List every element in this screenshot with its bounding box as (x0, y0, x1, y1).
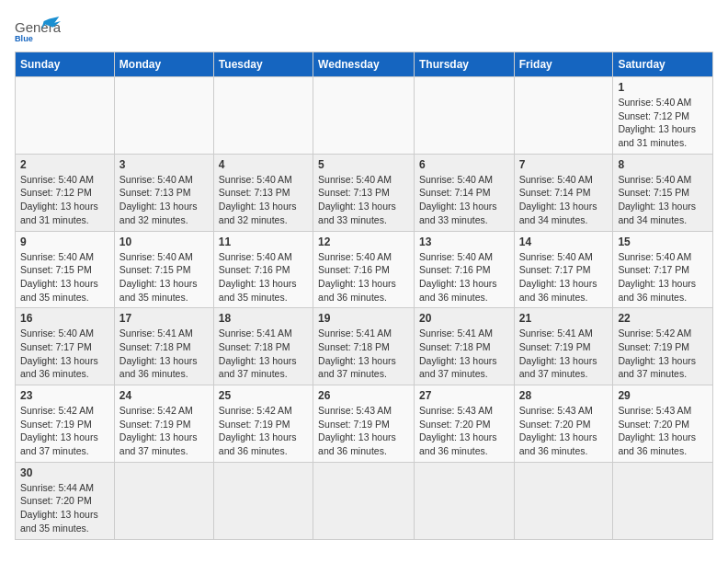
day-number: 11 (219, 236, 308, 248)
day-info: Sunrise: 5:40 AMSunset: 7:16 PMDaylight:… (318, 250, 409, 304)
day-number: 25 (219, 389, 308, 402)
calendar-cell: 23Sunrise: 5:42 AMSunset: 7:19 PMDayligh… (16, 385, 115, 463)
calendar-cell: 18Sunrise: 5:41 AMSunset: 7:18 PMDayligh… (213, 308, 313, 385)
week-row-3: 9Sunrise: 5:40 AMSunset: 7:15 PMDaylight… (16, 231, 713, 308)
day-info: Sunrise: 5:40 AMSunset: 7:16 PMDaylight:… (219, 250, 308, 304)
day-number: 22 (618, 312, 708, 325)
calendar-cell (414, 462, 514, 539)
calendar-cell: 15Sunrise: 5:40 AMSunset: 7:17 PMDayligh… (613, 231, 713, 308)
day-info: Sunrise: 5:41 AMSunset: 7:18 PMDaylight:… (219, 327, 308, 381)
day-number: 29 (618, 389, 708, 402)
calendar-cell: 8Sunrise: 5:40 AMSunset: 7:15 PMDaylight… (613, 154, 713, 231)
calendar-cell: 16Sunrise: 5:40 AMSunset: 7:17 PMDayligh… (16, 308, 115, 385)
calendar-cell: 5Sunrise: 5:40 AMSunset: 7:13 PMDaylight… (313, 154, 415, 231)
week-row-2: 2Sunrise: 5:40 AMSunset: 7:12 PMDaylight… (16, 154, 713, 231)
logo: General Blue (15, 15, 61, 42)
day-number: 30 (20, 466, 109, 479)
calendar-cell (213, 462, 313, 539)
calendar-cell (613, 462, 713, 539)
calendar-cell: 10Sunrise: 5:40 AMSunset: 7:15 PMDayligh… (114, 231, 213, 308)
calendar-cell: 30Sunrise: 5:44 AMSunset: 7:20 PMDayligh… (16, 462, 115, 539)
day-info: Sunrise: 5:40 AMSunset: 7:15 PMDaylight:… (618, 173, 708, 227)
day-number: 8 (618, 158, 708, 171)
day-number: 28 (519, 389, 609, 402)
day-number: 23 (20, 389, 109, 402)
calendar-cell: 3Sunrise: 5:40 AMSunset: 7:13 PMDaylight… (114, 154, 213, 231)
calendar-cell (514, 462, 613, 539)
calendar-cell (414, 77, 514, 155)
calendar-cell: 11Sunrise: 5:40 AMSunset: 7:16 PMDayligh… (213, 231, 313, 308)
week-row-1: 1Sunrise: 5:40 AMSunset: 7:12 PMDaylight… (16, 77, 713, 155)
calendar-cell: 19Sunrise: 5:41 AMSunset: 7:18 PMDayligh… (313, 308, 415, 385)
day-number: 3 (119, 158, 209, 171)
day-number: 12 (318, 236, 409, 248)
day-number: 13 (419, 236, 509, 248)
day-number: 14 (519, 236, 609, 248)
day-number: 19 (318, 312, 409, 325)
day-info: Sunrise: 5:40 AMSunset: 7:13 PMDaylight:… (219, 173, 308, 227)
day-info: Sunrise: 5:42 AMSunset: 7:19 PMDaylight:… (20, 404, 109, 458)
day-number: 4 (219, 158, 308, 171)
day-number: 18 (219, 312, 308, 325)
day-info: Sunrise: 5:42 AMSunset: 7:19 PMDaylight:… (618, 327, 708, 381)
day-number: 24 (119, 389, 209, 402)
day-number: 2 (20, 158, 109, 171)
week-row-5: 23Sunrise: 5:42 AMSunset: 7:19 PMDayligh… (16, 385, 713, 463)
calendar-cell: 4Sunrise: 5:40 AMSunset: 7:13 PMDaylight… (213, 154, 313, 231)
day-number: 9 (20, 236, 109, 248)
day-info: Sunrise: 5:40 AMSunset: 7:17 PMDaylight:… (618, 250, 708, 304)
calendar-cell (114, 77, 213, 155)
calendar-cell: 14Sunrise: 5:40 AMSunset: 7:17 PMDayligh… (514, 231, 613, 308)
logo-icon: General Blue (15, 15, 61, 42)
day-info: Sunrise: 5:40 AMSunset: 7:12 PMDaylight:… (618, 96, 708, 150)
calendar-cell: 24Sunrise: 5:42 AMSunset: 7:19 PMDayligh… (114, 385, 213, 463)
calendar-cell: 12Sunrise: 5:40 AMSunset: 7:16 PMDayligh… (313, 231, 415, 308)
calendar-cell: 26Sunrise: 5:43 AMSunset: 7:19 PMDayligh… (313, 385, 415, 463)
day-number: 1 (618, 81, 708, 94)
day-info: Sunrise: 5:40 AMSunset: 7:17 PMDaylight:… (519, 250, 609, 304)
day-info: Sunrise: 5:43 AMSunset: 7:20 PMDaylight:… (618, 404, 708, 458)
day-info: Sunrise: 5:40 AMSunset: 7:13 PMDaylight:… (119, 173, 209, 227)
calendar-cell: 22Sunrise: 5:42 AMSunset: 7:19 PMDayligh… (613, 308, 713, 385)
calendar-cell: 21Sunrise: 5:41 AMSunset: 7:19 PMDayligh… (514, 308, 613, 385)
calendar-cell: 13Sunrise: 5:40 AMSunset: 7:16 PMDayligh… (414, 231, 514, 308)
calendar-cell: 27Sunrise: 5:43 AMSunset: 7:20 PMDayligh… (414, 385, 514, 463)
day-info: Sunrise: 5:40 AMSunset: 7:15 PMDaylight:… (119, 250, 209, 304)
calendar-cell (114, 462, 213, 539)
day-info: Sunrise: 5:41 AMSunset: 7:18 PMDaylight:… (419, 327, 509, 381)
calendar-header-monday: Monday (114, 52, 213, 77)
day-info: Sunrise: 5:43 AMSunset: 7:20 PMDaylight:… (419, 404, 509, 458)
day-number: 21 (519, 312, 609, 325)
calendar-body: 1Sunrise: 5:40 AMSunset: 7:12 PMDaylight… (16, 77, 713, 540)
day-info: Sunrise: 5:40 AMSunset: 7:16 PMDaylight:… (419, 250, 509, 304)
calendar-header-thursday: Thursday (414, 52, 514, 77)
day-info: Sunrise: 5:40 AMSunset: 7:13 PMDaylight:… (318, 173, 409, 227)
calendar-header-saturday: Saturday (613, 52, 713, 77)
calendar-cell: 29Sunrise: 5:43 AMSunset: 7:20 PMDayligh… (613, 385, 713, 463)
day-number: 16 (20, 312, 109, 325)
week-row-6: 30Sunrise: 5:44 AMSunset: 7:20 PMDayligh… (16, 462, 713, 539)
calendar-cell (313, 462, 415, 539)
day-info: Sunrise: 5:40 AMSunset: 7:17 PMDaylight:… (20, 327, 109, 381)
calendar-cell: 20Sunrise: 5:41 AMSunset: 7:18 PMDayligh… (414, 308, 514, 385)
day-info: Sunrise: 5:42 AMSunset: 7:19 PMDaylight:… (119, 404, 209, 458)
calendar-cell: 17Sunrise: 5:41 AMSunset: 7:18 PMDayligh… (114, 308, 213, 385)
calendar-cell: 6Sunrise: 5:40 AMSunset: 7:14 PMDaylight… (414, 154, 514, 231)
day-info: Sunrise: 5:40 AMSunset: 7:12 PMDaylight:… (20, 173, 109, 227)
calendar-cell: 7Sunrise: 5:40 AMSunset: 7:14 PMDaylight… (514, 154, 613, 231)
day-number: 27 (419, 389, 509, 402)
day-info: Sunrise: 5:43 AMSunset: 7:20 PMDaylight:… (519, 404, 609, 458)
calendar-header-sunday: Sunday (16, 52, 115, 77)
day-number: 20 (419, 312, 509, 325)
calendar-cell: 25Sunrise: 5:42 AMSunset: 7:19 PMDayligh… (213, 385, 313, 463)
day-number: 5 (318, 158, 409, 171)
day-number: 6 (419, 158, 509, 171)
day-number: 15 (618, 236, 708, 248)
calendar-cell: 28Sunrise: 5:43 AMSunset: 7:20 PMDayligh… (514, 385, 613, 463)
day-info: Sunrise: 5:43 AMSunset: 7:19 PMDaylight:… (318, 404, 409, 458)
calendar-cell (213, 77, 313, 155)
calendar-cell: 2Sunrise: 5:40 AMSunset: 7:12 PMDaylight… (16, 154, 115, 231)
calendar-header-friday: Friday (514, 52, 613, 77)
calendar-table: SundayMondayTuesdayWednesdayThursdayFrid… (15, 52, 713, 540)
svg-text:Blue: Blue (15, 34, 33, 42)
